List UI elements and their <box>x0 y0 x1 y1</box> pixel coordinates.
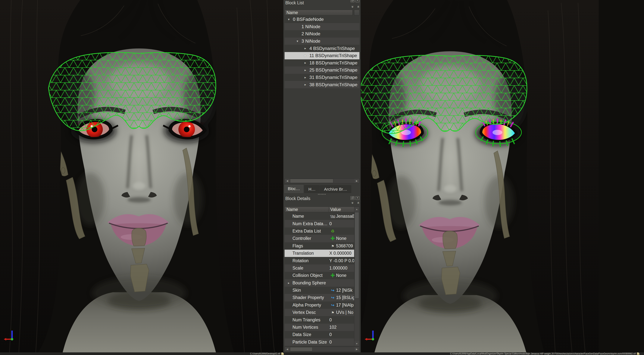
detail-row-value[interactable]: Y -0.00 P 0.0 <box>329 258 354 263</box>
detail-row-value[interactable]: 0 <box>329 221 332 226</box>
expander-icon[interactable] <box>304 83 310 87</box>
tree-row[interactable]: 38 BSDynamicTriShape <box>284 81 360 88</box>
detail-row-value[interactable]: 0 <box>329 318 332 323</box>
detail-row[interactable]: Flags 5368709 <box>284 242 354 250</box>
scroll-right-icon[interactable]: ▶ <box>354 179 359 183</box>
detail-row[interactable]: Collision Object None <box>284 272 354 279</box>
viewport-left[interactable] <box>0 0 283 353</box>
value-type-icon <box>329 303 336 308</box>
scrollbar-thumb[interactable] <box>290 179 333 183</box>
detail-row[interactable]: Data Size 0 <box>284 331 354 338</box>
detail-row[interactable]: Name JenassaB <box>284 213 354 220</box>
detail-row-value[interactable]: None <box>336 236 346 241</box>
collapse-all-icon[interactable]: » <box>351 202 354 204</box>
panel-splitter[interactable]: ●●●●●● <box>284 193 360 196</box>
scroll-left-icon[interactable]: ◀ <box>285 179 290 183</box>
detail-row-name: Collision Object <box>292 273 329 278</box>
tree-row[interactable]: 18 BSDynamicTriShape <box>284 59 360 67</box>
detail-row-value[interactable]: 12 [NiSk <box>336 288 352 293</box>
expand-all-icon[interactable]: » <box>356 202 360 204</box>
render-face-left <box>0 0 283 353</box>
detail-row-value[interactable]: 1.000000 <box>329 266 348 271</box>
detail-row-value[interactable]: 15 [BSLig <box>336 295 354 300</box>
close-panel-icon[interactable]: ✕ <box>356 196 360 200</box>
tree-row[interactable]: 2 NiNode <box>284 30 360 37</box>
detail-row-value[interactable]: JenassaB <box>336 214 354 219</box>
detail-row[interactable]: Skin 12 [NiSk <box>284 287 354 294</box>
collapse-all-icon[interactable]: » <box>351 6 354 8</box>
viewport-right[interactable] <box>361 0 644 353</box>
detail-row[interactable]: Num Extra Data… 0 <box>284 220 354 227</box>
block-list-header[interactable]: Name <box>284 10 353 15</box>
scroll-down-icon[interactable]: ▼ <box>354 341 359 346</box>
detail-row-name: Skin <box>292 288 329 293</box>
value-type-icon <box>329 235 336 242</box>
expander-icon[interactable] <box>304 46 310 50</box>
file-path-left: C:/Users/81906/Desktop/i2.nif <box>250 352 280 355</box>
expander-icon[interactable] <box>296 39 302 43</box>
scroll-right-icon[interactable]: ▶ <box>354 347 359 352</box>
scrollbar-thumb[interactable] <box>354 212 359 299</box>
dock-tab[interactable]: Bloc… <box>284 184 304 193</box>
column-header-name[interactable]: Name <box>285 10 352 15</box>
expander-icon[interactable] <box>304 68 310 72</box>
close-panel-icon[interactable]: ✕ <box>356 0 360 2</box>
tree-row-label: 11 BSDynamicTriShape <box>310 53 357 58</box>
file-path-right: C:/Users/81906/AppData/Local/ModOrganize… <box>450 352 636 355</box>
tree-row[interactable]: 11 BSDynamicTriShape <box>284 52 360 59</box>
scrollbar-thumb[interactable] <box>290 347 312 351</box>
detail-row[interactable]: Scale 1.000000 <box>284 265 354 272</box>
block-details-panel: Block Details ✕ » » Name Value Name Jena… <box>284 196 360 352</box>
tree-row[interactable]: 1 NiNode <box>284 23 360 30</box>
tree-row[interactable]: 4 BSDynamicTriShape <box>284 45 360 52</box>
float-panel-icon[interactable] <box>350 196 354 200</box>
expand-all-icon[interactable]: » <box>356 6 360 8</box>
detail-row[interactable]: Vertex Desc UVs | No <box>284 309 354 316</box>
block-list-hscrollbar[interactable]: ◀ ▶ <box>284 178 360 183</box>
detail-row[interactable]: Rotation Y -0.00 P 0.0 <box>284 257 354 264</box>
detail-row[interactable]: Shader Property 15 [BSLig <box>284 294 354 301</box>
detail-row-name: Name <box>292 214 329 219</box>
tree-row[interactable]: 0 BSFadeNode <box>284 16 360 23</box>
expander-icon[interactable] <box>304 54 310 58</box>
detail-row-value[interactable]: 102 <box>329 325 336 330</box>
expander-icon[interactable] <box>288 17 293 21</box>
detail-row-value[interactable]: UVs | No <box>336 310 354 315</box>
expander-icon[interactable] <box>288 281 292 285</box>
detail-row-value[interactable]: 0 <box>329 340 332 345</box>
value-type-icon <box>329 288 336 293</box>
detail-row-value[interactable]: 0 <box>329 332 332 337</box>
dock-tab[interactable]: H… <box>304 185 320 193</box>
detail-row[interactable]: Translation X 0.000000 <box>284 250 354 257</box>
tree-row[interactable]: 31 BSDynamicTriShape <box>284 74 360 81</box>
detail-row[interactable]: Particle Data Size 0 <box>284 339 354 346</box>
detail-row[interactable]: Bounding Sphere <box>284 279 354 287</box>
column-header-value[interactable]: Value <box>328 207 354 212</box>
detail-row[interactable]: Num Triangles 0 <box>284 316 354 324</box>
tree-row[interactable]: 3 NiNode <box>284 37 360 45</box>
block-details-vscrollbar[interactable]: ▲ ▼ <box>354 207 360 346</box>
dock-panel-column: Block List ✕ » » Name 0 BSFadeNode 1 NiN… <box>283 0 361 353</box>
detail-row[interactable]: Alpha Property 17 [NiAlp <box>284 302 354 309</box>
axes-gizmo <box>365 328 382 344</box>
tree-row[interactable]: 25 BSDynamicTriShape <box>284 66 360 74</box>
detail-row[interactable]: Controller None <box>284 235 354 242</box>
value-type-icon <box>329 295 336 300</box>
file-icon <box>637 352 640 355</box>
detail-row-value[interactable]: None <box>336 273 346 278</box>
block-details-header[interactable]: Name Value <box>284 207 354 212</box>
detail-row[interactable]: Num Vertices 102 <box>284 324 354 331</box>
detail-row-value[interactable]: 5368709 <box>336 243 353 249</box>
detail-row-value[interactable]: X 0.000000 <box>329 251 352 256</box>
expander-icon[interactable] <box>304 61 310 65</box>
dock-tab[interactable]: Archive Br… <box>320 185 351 193</box>
column-header-name[interactable]: Name <box>285 207 328 212</box>
scroll-left-icon[interactable]: ◀ <box>285 347 290 352</box>
block-details-hscrollbar[interactable]: ◀ ▶ <box>284 347 360 352</box>
detail-row-value[interactable]: 17 [NiAlp <box>336 303 354 308</box>
scroll-up-icon[interactable]: ▲ <box>354 207 359 212</box>
detail-row-name: Num Triangles <box>292 318 329 323</box>
detail-row[interactable]: Extra Data List <box>284 227 354 235</box>
expander-icon[interactable] <box>304 75 310 79</box>
float-panel-icon[interactable] <box>350 0 354 2</box>
